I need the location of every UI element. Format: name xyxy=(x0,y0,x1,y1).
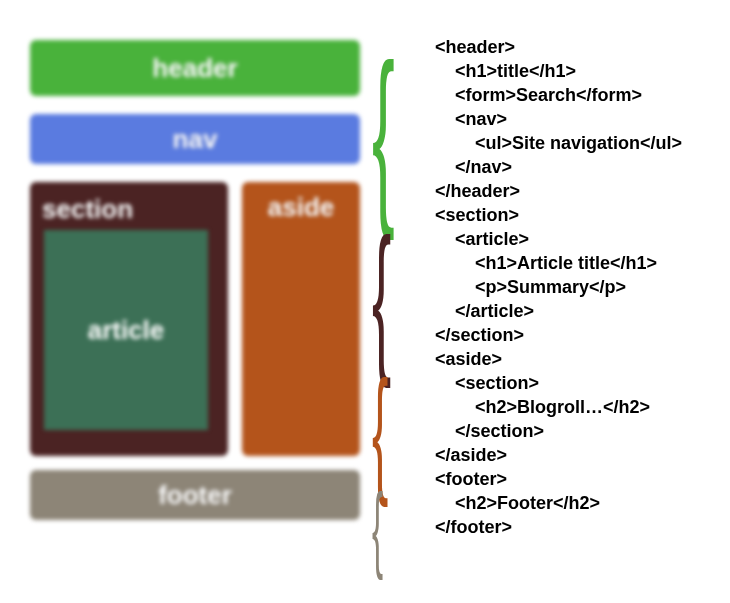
code-line: <footer> xyxy=(435,467,682,491)
code-line: </nav> xyxy=(435,155,682,179)
code-line: <h2>Footer</h2> xyxy=(435,491,682,515)
code-line: <ul>Site navigation</ul> xyxy=(435,131,682,155)
code-line: <header> xyxy=(435,35,682,59)
code-line: <form>Search</form> xyxy=(435,83,682,107)
code-line: <h1>title</h1> xyxy=(435,59,682,83)
nav-block: nav xyxy=(30,114,360,164)
code-line: <nav> xyxy=(435,107,682,131)
footer-block: footer xyxy=(30,470,360,520)
article-block: article xyxy=(44,230,208,430)
code-line: </header> xyxy=(435,179,682,203)
brace-header: { xyxy=(372,35,395,230)
code-line: <h2>Blogroll…</h2> xyxy=(435,395,682,419)
aside-block: aside xyxy=(242,182,360,456)
code-line: </section> xyxy=(435,419,682,443)
code-line: </section> xyxy=(435,323,682,347)
code-line: <h1>Article title</h1> xyxy=(435,251,682,275)
footer-label: footer xyxy=(158,480,232,511)
code-line: <p>Summary</p> xyxy=(435,275,682,299)
brace-footer: { xyxy=(372,480,383,575)
section-label: section xyxy=(42,194,133,225)
header-label: header xyxy=(152,53,237,84)
nav-label: nav xyxy=(173,124,218,155)
code-line: <section> xyxy=(435,203,682,227)
code-listing: <header> <h1>title</h1> <form>Search</fo… xyxy=(435,35,682,539)
code-line: <section> xyxy=(435,371,682,395)
aside-label: aside xyxy=(268,192,335,223)
header-block: header xyxy=(30,40,360,96)
code-line: <article> xyxy=(435,227,682,251)
code-line: <aside> xyxy=(435,347,682,371)
code-line: </article> xyxy=(435,299,682,323)
code-line: </aside> xyxy=(435,443,682,467)
code-line: </footer> xyxy=(435,515,682,539)
article-label: article xyxy=(88,315,165,346)
